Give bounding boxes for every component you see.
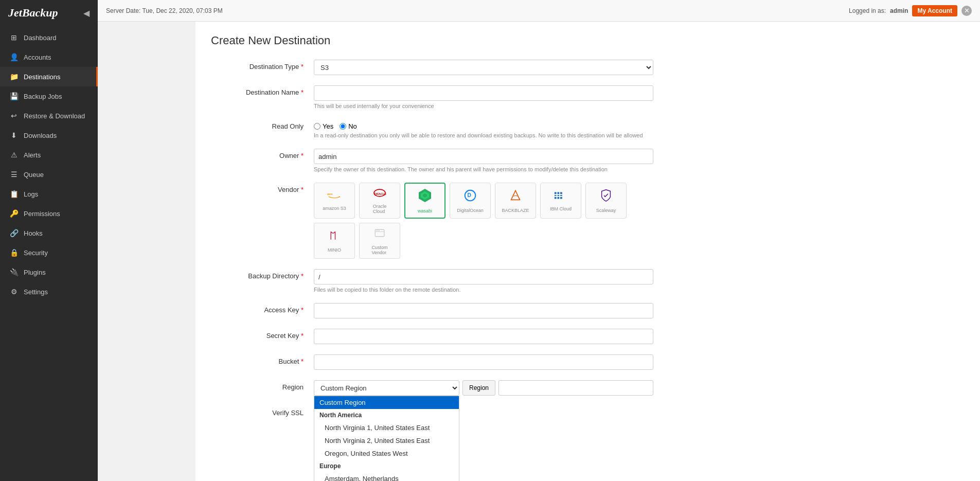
- read-only-no-radio[interactable]: [340, 123, 346, 130]
- required-star: *: [301, 358, 304, 365]
- sidebar-item-alerts[interactable]: ⚠ Alerts: [0, 145, 98, 165]
- server-date: Server Date: Tue, Dec 22, 2020, 07:03 PM: [106, 7, 223, 14]
- svg-point-16: [377, 230, 378, 231]
- sidebar-item-security[interactable]: 🔒 Security: [0, 243, 98, 262]
- vendor-wasabi-label: wasabi: [418, 208, 432, 213]
- dashboard-icon: ⊞: [9, 33, 19, 42]
- sidebar-item-destinations[interactable]: 📁 Destinations: [0, 67, 98, 86]
- region-dropdown-list: Custom Region North America North Virgin…: [314, 396, 459, 481]
- vendor-oracle[interactable]: ORACLE OracleCloud: [359, 183, 400, 219]
- bucket-row: Bucket *: [211, 354, 653, 370]
- region-option-amsterdam[interactable]: Amsterdam, Netherlands: [314, 472, 459, 481]
- destination-name-input[interactable]: [314, 85, 653, 101]
- destination-type-select[interactable]: S3 FTP SFTP Google Drive Dropbox OneDriv…: [314, 60, 653, 75]
- vendor-minio[interactable]: MINIO: [314, 223, 355, 259]
- read-only-no-label[interactable]: No: [340, 122, 357, 130]
- region-custom-input[interactable]: [498, 380, 653, 396]
- sidebar-item-downloads[interactable]: ⬇ Downloads: [0, 126, 98, 145]
- vendor-grid: aws amazon S3 ORACLE: [314, 183, 653, 259]
- sidebar-item-accounts[interactable]: 👤 Accounts: [0, 47, 98, 67]
- vendor-backblaze[interactable]: BACKBLAZE: [495, 183, 536, 219]
- security-icon: 🔒: [9, 248, 19, 257]
- logo-area: JetBackup ◀: [0, 0, 98, 26]
- sidebar-item-label: Restore & Download: [24, 112, 85, 120]
- region-option-oregon[interactable]: Oregon, United States West: [314, 447, 459, 460]
- sidebar-item-label: Logs: [24, 190, 38, 198]
- sidebar-item-plugins[interactable]: 🔌 Plugins: [0, 262, 98, 282]
- wasabi-icon: [417, 188, 433, 206]
- sidebar-nav: ⊞ Dashboard 👤 Accounts 📁 Destinations 💾 …: [0, 26, 98, 481]
- access-key-field: [314, 303, 653, 318]
- vendor-custom[interactable]: CustomVendor: [359, 223, 400, 259]
- topbar-right: Logged in as: admin My Account ✕: [849, 5, 972, 16]
- region-select[interactable]: Custom Region North America North Virgin…: [314, 380, 459, 396]
- logo-rest: Backup: [22, 6, 58, 19]
- digitalocean-icon: D: [463, 188, 477, 206]
- oracle-icon: ORACLE: [372, 187, 387, 202]
- sidebar-item-hooks[interactable]: 🔗 Hooks: [0, 223, 98, 243]
- vendor-digitalocean-label: DigitalOcean: [457, 208, 484, 213]
- vendor-row: Vendor * aws amazon S3: [211, 183, 653, 259]
- page-title: Create New Destination: [211, 34, 965, 47]
- vendor-ibm[interactable]: IBM Cloud: [540, 183, 581, 219]
- scaleway-icon: [599, 188, 613, 206]
- backup-directory-label: Backup Directory *: [211, 269, 314, 280]
- secret-key-input[interactable]: [314, 329, 653, 344]
- my-account-button[interactable]: My Account: [912, 5, 957, 16]
- bucket-input[interactable]: [314, 354, 653, 370]
- owner-row: Owner * Specify the owner of this destin…: [211, 149, 653, 172]
- backup-directory-hint: Files will be copied to this folder on t…: [314, 287, 653, 293]
- region-input-group: Custom Region North America North Virgin…: [314, 380, 653, 396]
- vendor-aws-label: amazon S3: [323, 206, 346, 211]
- accounts-icon: 👤: [9, 53, 19, 61]
- backblaze-icon: [508, 188, 523, 206]
- region-option-custom[interactable]: Custom Region: [314, 396, 459, 409]
- read-only-yes-radio[interactable]: [314, 123, 320, 130]
- sidebar-item-label: Dashboard: [24, 34, 57, 42]
- sidebar-item-permissions[interactable]: 🔑 Permissions: [0, 204, 98, 223]
- vendor-digitalocean[interactable]: D DigitalOcean: [450, 183, 491, 219]
- vendor-scaleway[interactable]: Scaleway: [585, 183, 627, 219]
- sidebar-item-settings[interactable]: ⚙ Settings: [0, 282, 98, 301]
- sidebar-item-restore-download[interactable]: ↩ Restore & Download: [0, 106, 98, 126]
- vendor-wasabi[interactable]: wasabi: [404, 183, 446, 219]
- svg-rect-13: [555, 196, 562, 197]
- topbar: Server Date: Tue, Dec 22, 2020, 07:03 PM…: [98, 0, 980, 22]
- region-option-north-virginia-1[interactable]: North Virginia 1, United States East: [314, 421, 459, 434]
- read-only-label: Read Only: [211, 119, 314, 130]
- backup-jobs-icon: 💾: [9, 92, 19, 100]
- svg-rect-11: [560, 192, 562, 199]
- owner-input[interactable]: [314, 149, 653, 164]
- bucket-field: [314, 354, 653, 370]
- svg-text:ORACLE: ORACLE: [375, 192, 387, 195]
- sidebar-item-label: Downloads: [24, 132, 57, 139]
- read-only-yes-label[interactable]: Yes: [314, 122, 333, 130]
- vendor-oracle-label: OracleCloud: [373, 204, 387, 214]
- backup-directory-field: Files will be copied to this folder on t…: [314, 269, 653, 293]
- collapse-sidebar-button[interactable]: ◀: [83, 8, 90, 18]
- owner-label: Owner *: [211, 149, 314, 159]
- backup-directory-input[interactable]: [314, 269, 653, 284]
- sidebar-item-queue[interactable]: ☰ Queue: [0, 165, 98, 184]
- backup-directory-row: Backup Directory * Files will be copied …: [211, 269, 653, 293]
- ibm-icon: [554, 190, 568, 204]
- svg-text:D: D: [467, 192, 471, 198]
- sidebar-item-dashboard[interactable]: ⊞ Dashboard: [0, 28, 98, 47]
- sidebar-item-label: Alerts: [24, 151, 41, 159]
- read-only-field: Yes No In a read-only destination you on…: [314, 119, 653, 138]
- vendor-aws[interactable]: aws amazon S3: [314, 183, 355, 219]
- close-button[interactable]: ✕: [961, 6, 972, 16]
- aws-icon: aws: [327, 190, 342, 204]
- access-key-input[interactable]: [314, 303, 653, 318]
- sidebar-item-label: Destinations: [24, 73, 61, 81]
- required-star: *: [301, 306, 304, 314]
- region-option-north-virginia-2[interactable]: North Virginia 2, United States East: [314, 434, 459, 447]
- custom-vendor-icon: [373, 226, 386, 243]
- svg-rect-10: [557, 192, 559, 199]
- sidebar-item-logs[interactable]: 📋 Logs: [0, 184, 98, 204]
- region-button[interactable]: Region: [462, 380, 495, 396]
- region-row: Region Custom Region North America North…: [211, 380, 653, 396]
- required-star: *: [301, 186, 304, 193]
- sidebar-item-backup-jobs[interactable]: 💾 Backup Jobs: [0, 86, 98, 106]
- sidebar-item-label: Permissions: [24, 210, 60, 218]
